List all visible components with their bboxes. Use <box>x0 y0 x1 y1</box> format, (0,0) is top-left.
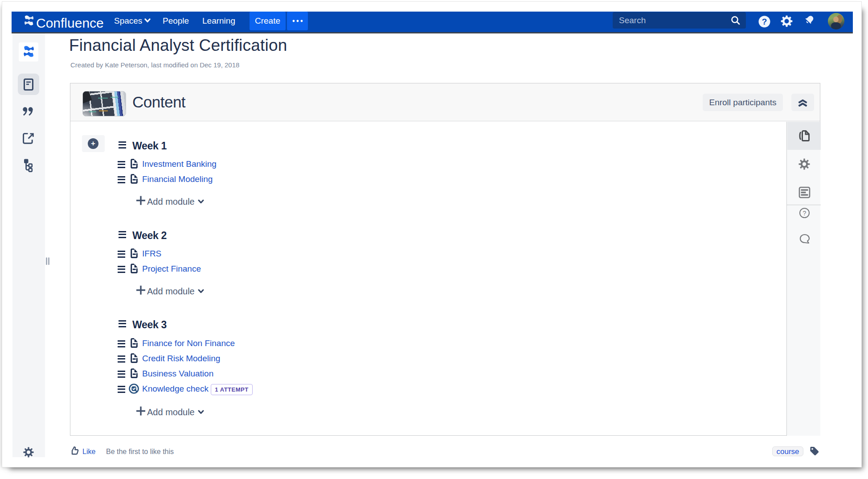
svg-text:?: ? <box>762 17 767 26</box>
svg-text:?: ? <box>803 210 807 217</box>
